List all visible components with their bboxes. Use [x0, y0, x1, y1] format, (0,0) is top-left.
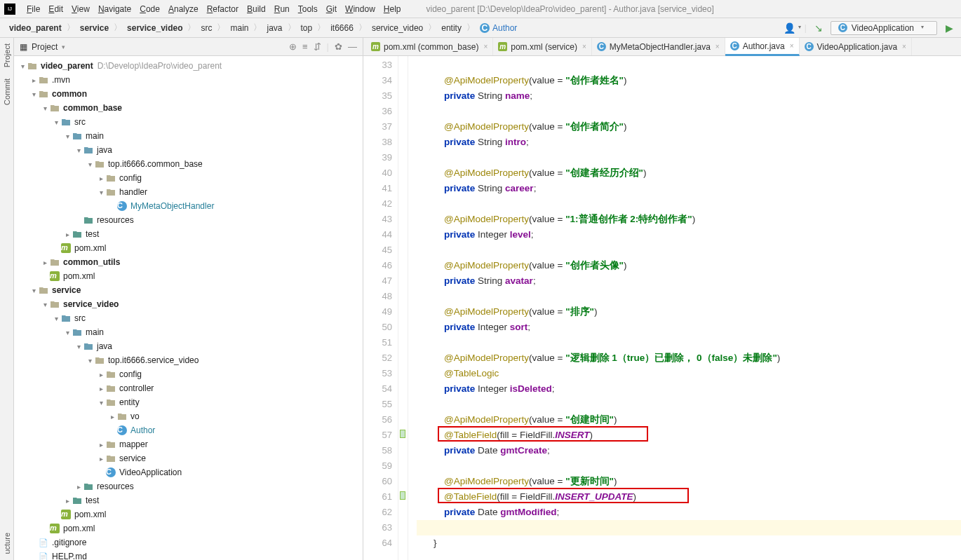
code-line[interactable]: private String career;	[417, 181, 961, 196]
breadcrumb-item[interactable]: service_video	[123, 23, 186, 33]
close-icon[interactable]: ×	[715, 43, 720, 50]
menu-window[interactable]: Window	[341, 4, 379, 14]
code-line[interactable]	[417, 150, 961, 165]
tree-item[interactable]: ▾java	[14, 143, 363, 157]
tree-item[interactable]: mpom.xml	[14, 269, 363, 283]
breadcrumb-item[interactable]: video_parent	[6, 23, 65, 33]
collapse-all-icon[interactable]: ⇵	[314, 41, 321, 52]
code-content[interactable]: @ApiModelProperty(value = "创作者姓名") priva…	[408, 56, 961, 560]
project-tool-tab[interactable]: Project	[1, 38, 13, 73]
commit-tool-tab[interactable]: Commit	[1, 73, 13, 111]
code-line[interactable]	[417, 458, 961, 474]
run-button[interactable]: ▶	[943, 22, 955, 34]
code-line[interactable]: @ApiModelProperty(value = "创作者姓名")	[417, 73, 961, 88]
code-line[interactable]: private Integer sort;	[417, 320, 961, 335]
tree-item[interactable]: ▸test	[14, 493, 363, 507]
tree-item[interactable]: 📄.gitignore	[14, 535, 363, 549]
code-line[interactable]: private String intro;	[417, 135, 961, 150]
code-line[interactable]: @ApiModelProperty(value = "创建时间")	[417, 412, 961, 428]
code-line[interactable]: @ApiModelProperty(value = "排序")	[417, 304, 961, 320]
breadcrumb-item[interactable]: service_video	[368, 23, 426, 33]
breadcrumb-item[interactable]: CAuthor	[476, 23, 520, 33]
tree-item[interactable]: ▸common_utils	[14, 255, 363, 269]
code-line[interactable]: private Date gmtModified;	[417, 505, 961, 520]
tree-item[interactable]: ▾service	[14, 283, 363, 297]
tree-item[interactable]: ▾common_base	[14, 101, 363, 115]
code-line[interactable]: private String name;	[417, 88, 961, 104]
menu-run[interactable]: Run	[270, 4, 294, 14]
hide-panel-icon[interactable]: —	[348, 41, 357, 52]
tree-item[interactable]: resources	[14, 213, 363, 227]
tree-item[interactable]: ▸controller	[14, 381, 363, 395]
tree-item[interactable]: 📄HELP.md	[14, 549, 363, 560]
menu-edit[interactable]: Edit	[44, 4, 67, 14]
code-line[interactable]: private Integer isDeleted;	[417, 381, 961, 397]
tree-item[interactable]: CVideoApplication	[14, 465, 363, 479]
close-icon[interactable]: ×	[483, 43, 488, 50]
code-line[interactable]	[417, 397, 961, 412]
code-line[interactable]: @ApiModelProperty(value = "创作者头像")	[417, 258, 961, 273]
code-line[interactable]: @TableLogic	[417, 366, 961, 381]
tree-item[interactable]: mpom.xml	[14, 507, 363, 521]
tree-item[interactable]: ▾java	[14, 339, 363, 353]
tree-item[interactable]: ▸.mvn	[14, 73, 363, 87]
code-line[interactable]	[417, 335, 961, 350]
tree-item[interactable]: ▾handler	[14, 185, 363, 199]
menu-file[interactable]: File	[22, 4, 44, 14]
editor-tab[interactable]: CMyMetaObjectHandler.java×	[592, 38, 725, 55]
breadcrumb-item[interactable]: it6666	[327, 23, 357, 33]
code-line[interactable]: }	[417, 535, 961, 551]
breadcrumb-item[interactable]: top	[297, 23, 316, 33]
cwm-icon[interactable]: 👤▾	[786, 22, 799, 34]
code-line[interactable]: @ApiModelProperty(value = "更新时间")	[417, 474, 961, 489]
tree-item[interactable]: mpom.xml	[14, 521, 363, 535]
tree-item[interactable]: ▸test	[14, 227, 363, 241]
code-line[interactable]	[417, 57, 961, 73]
code-line[interactable]: @ApiModelProperty(value = "创作者简介")	[417, 119, 961, 135]
tree-item[interactable]: ▾main	[14, 129, 363, 143]
tree-item[interactable]: CMyMetaObjectHandler	[14, 199, 363, 213]
code-line[interactable]: @ApiModelProperty(value = "逻辑删除 1（true）已…	[417, 350, 961, 366]
code-line[interactable]	[417, 104, 961, 119]
run-config-selector[interactable]: C VideoApplication ▾	[831, 21, 937, 35]
menu-help[interactable]: Help	[379, 4, 405, 14]
tree-item[interactable]: ▸mapper	[14, 437, 363, 451]
tree-item[interactable]: CAuthor	[14, 423, 363, 437]
close-icon[interactable]: ×	[902, 43, 906, 50]
menu-view[interactable]: View	[67, 4, 94, 14]
code-editor[interactable]: 3334353637383940414243444546474849505152…	[363, 56, 961, 560]
editor-tab[interactable]: CVideoApplication.java×	[800, 38, 912, 55]
chevron-down-icon[interactable]: ▾	[62, 43, 65, 50]
tree-item[interactable]: ▾main	[14, 325, 363, 339]
menu-refactor[interactable]: Refactor	[203, 4, 243, 14]
tree-item[interactable]: ▸resources	[14, 479, 363, 493]
editor-tab[interactable]: mpom.xml (common_base)×	[366, 38, 493, 55]
tree-item[interactable]: ▾top.it6666.common_base	[14, 157, 363, 171]
menu-tools[interactable]: Tools	[294, 4, 322, 14]
code-line[interactable]: private Date gmtCreate;	[417, 443, 961, 458]
tree-item[interactable]: ▾src	[14, 115, 363, 129]
tree-item[interactable]: ▾service_video	[14, 297, 363, 311]
settings-icon[interactable]: ✿	[335, 41, 342, 52]
code-line[interactable]	[417, 243, 961, 258]
breadcrumb-item[interactable]: main	[227, 23, 252, 33]
editor-tab[interactable]: CAuthor.java×	[725, 38, 800, 56]
menu-git[interactable]: Git	[322, 4, 341, 14]
project-tree[interactable]: ▾video_parentD:\Develop\IdeaPro\video_pa…	[14, 56, 363, 560]
breadcrumb-item[interactable]: service	[76, 23, 112, 33]
breadcrumb-item[interactable]: entity	[438, 23, 465, 33]
code-line[interactable]	[417, 196, 961, 212]
menu-build[interactable]: Build	[243, 4, 270, 14]
code-line[interactable]: @ApiModelProperty(value = "1:普通创作者 2:特约创…	[417, 212, 961, 227]
tree-item[interactable]: ▸config	[14, 367, 363, 381]
code-line[interactable]: @TableField(fill = FieldFill.INSERT_UPDA…	[417, 489, 961, 505]
breadcrumb-item[interactable]: src	[197, 23, 215, 33]
tree-item[interactable]: ▸config	[14, 171, 363, 185]
tree-root[interactable]: ▾video_parentD:\Develop\IdeaPro\video_pa…	[14, 59, 363, 73]
tree-item[interactable]: ▾entity	[14, 395, 363, 409]
code-line[interactable]	[417, 289, 961, 304]
structure-tool-tab[interactable]: ucture	[1, 527, 13, 560]
menu-analyze[interactable]: Analyze	[164, 4, 203, 14]
code-line[interactable]: @TableField(fill = FieldFill.INSERT)	[417, 428, 961, 443]
tree-item[interactable]: ▾common	[14, 87, 363, 101]
